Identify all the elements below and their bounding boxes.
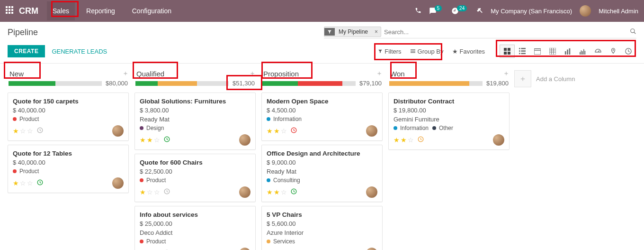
kanban-card[interactable]: Quote for 12 Tables$ 40,000.00Product★☆☆	[8, 145, 129, 193]
priority-stars[interactable]: ★★☆	[140, 136, 160, 144]
star-icon[interactable]: ★	[140, 136, 146, 144]
chip-remove[interactable]: ×	[372, 27, 381, 37]
star-icon[interactable]: ★	[274, 188, 280, 196]
salesperson-avatar[interactable]	[493, 134, 504, 146]
user-name[interactable]: Mitchell Admin	[599, 8, 638, 15]
chat-icon[interactable]: 5	[429, 7, 444, 15]
view-kanban-icon[interactable]	[500, 45, 515, 58]
kanban-card[interactable]: Distributor Contract$ 19,800.00Gemini Fu…	[388, 93, 510, 150]
search-input[interactable]	[384, 28, 627, 36]
progress-bar[interactable]	[389, 81, 483, 86]
activity-clock-icon[interactable]	[418, 136, 424, 144]
groupby-dropdown[interactable]: Group By	[410, 48, 444, 55]
kanban-card[interactable]: Office Design and Architecture$ 9,000.00…	[261, 145, 383, 202]
progress-segment[interactable]	[9, 81, 55, 86]
generate-leads-button[interactable]: GENERATE LEADS	[45, 45, 114, 58]
kanban-card[interactable]: Quote for 600 Chairs$ 22,500.00Product★☆…	[134, 154, 256, 202]
salesperson-avatar[interactable]	[112, 125, 124, 137]
kanban-card[interactable]: Global Solutions: Furnitures$ 3,800.00Re…	[134, 93, 256, 150]
progress-segment[interactable]	[158, 81, 197, 86]
create-button[interactable]: CREATE	[8, 45, 45, 57]
star-icon[interactable]: ★	[267, 188, 273, 196]
star-icon[interactable]: ☆	[27, 127, 33, 135]
add-column-label[interactable]: Add a Column	[536, 75, 575, 83]
view-dashboard-icon[interactable]	[590, 45, 606, 58]
star-icon[interactable]: ☆	[154, 188, 160, 196]
kanban-card[interactable]: Info about services$ 25,000.00Deco Addic…	[134, 206, 256, 250]
progress-segment[interactable]	[298, 81, 343, 86]
priority-stars[interactable]: ★☆☆	[13, 179, 33, 187]
activity-clock-icon[interactable]	[291, 188, 297, 196]
view-list-icon[interactable]	[515, 45, 530, 58]
company-switcher[interactable]: My Company (San Francisco)	[491, 8, 572, 15]
star-icon[interactable]: ☆	[27, 179, 33, 187]
priority-stars[interactable]: ★☆☆	[13, 127, 33, 135]
nav-configuration[interactable]: Configuration	[126, 1, 177, 20]
kanban-column-header[interactable]: New＋	[7, 65, 130, 80]
kanban-column-header[interactable]: Qualified＋	[134, 65, 257, 80]
activity-clock-icon[interactable]	[37, 127, 43, 135]
star-icon[interactable]: ☆	[147, 188, 153, 196]
search-icon[interactable]	[630, 28, 636, 36]
apps-icon[interactable]	[6, 6, 13, 16]
view-graph-icon[interactable]	[560, 45, 575, 58]
star-icon[interactable]: ★	[140, 188, 146, 196]
activity-clock-icon[interactable]	[164, 188, 170, 196]
favorites-dropdown[interactable]: ★ Favorites	[452, 48, 485, 55]
brand-title[interactable]: CRM	[19, 6, 38, 16]
kanban-quick-add[interactable]: ＋	[122, 69, 129, 78]
star-icon[interactable]: ☆	[20, 127, 26, 135]
star-icon[interactable]: ☆	[281, 127, 287, 135]
salesperson-avatar[interactable]	[239, 186, 250, 198]
star-icon[interactable]: ☆	[281, 188, 287, 196]
nav-reporting[interactable]: Reporting	[80, 1, 121, 20]
tools-icon[interactable]	[476, 7, 483, 15]
progress-segment[interactable]	[389, 81, 469, 86]
star-icon[interactable]: ★	[13, 127, 19, 135]
activity-clock-icon[interactable]	[164, 136, 170, 144]
view-calendar-icon[interactable]	[530, 45, 545, 58]
progress-bar[interactable]	[135, 81, 229, 86]
star-icon[interactable]: ★	[13, 179, 19, 187]
user-avatar[interactable]	[580, 5, 591, 17]
salesperson-avatar[interactable]	[366, 186, 377, 198]
star-icon[interactable]: ☆	[408, 136, 414, 144]
kanban-quick-add[interactable]: ＋	[249, 69, 256, 78]
kanban-column-header[interactable]: Won＋	[387, 65, 510, 80]
star-icon[interactable]: ★	[147, 136, 153, 144]
nav-sales[interactable]: Sales	[47, 1, 75, 20]
activity-clock-icon[interactable]	[291, 127, 297, 135]
progress-segment[interactable]	[135, 81, 158, 86]
salesperson-avatar[interactable]	[366, 125, 377, 137]
progress-bar[interactable]	[9, 81, 102, 86]
kanban-card[interactable]: 5 VP Chairs$ 5,600.00Azure InteriorServi…	[261, 206, 383, 250]
kanban-quick-add[interactable]: ＋	[503, 69, 510, 78]
star-icon[interactable]: ☆	[154, 136, 160, 144]
progress-segment[interactable]	[262, 81, 298, 86]
star-icon[interactable]: ★	[267, 127, 273, 135]
phone-icon[interactable]	[415, 7, 421, 15]
view-map-icon[interactable]	[606, 45, 621, 58]
priority-stars[interactable]: ★★☆	[267, 188, 287, 196]
filters-dropdown[interactable]: Filters	[378, 48, 401, 55]
kanban-card[interactable]: Quote for 150 carpets$ 40,000.00Product★…	[8, 93, 129, 141]
activity-icon[interactable]: 24	[451, 7, 469, 15]
kanban-column-header[interactable]: Proposition＋	[260, 65, 384, 80]
kanban-quick-add[interactable]: ＋	[376, 69, 383, 78]
salesperson-avatar[interactable]	[239, 134, 250, 146]
priority-stars[interactable]: ★★☆	[394, 136, 414, 144]
priority-stars[interactable]: ★★☆	[267, 127, 287, 135]
star-icon[interactable]: ★	[274, 127, 280, 135]
star-icon[interactable]: ☆	[20, 179, 26, 187]
star-icon[interactable]: ★	[401, 136, 407, 144]
salesperson-avatar[interactable]	[366, 248, 377, 250]
view-cohort-icon[interactable]	[575, 45, 590, 58]
view-pivot-icon[interactable]	[545, 45, 560, 58]
salesperson-avatar[interactable]	[239, 248, 250, 250]
salesperson-avatar[interactable]	[112, 177, 124, 189]
add-column-button[interactable]: ＋	[514, 70, 531, 87]
kanban-card[interactable]: Modern Open Space$ 4,500.00Information★★…	[261, 93, 383, 141]
progress-bar[interactable]	[262, 81, 356, 86]
priority-stars[interactable]: ★☆☆	[140, 188, 160, 196]
star-icon[interactable]: ★	[394, 136, 400, 144]
